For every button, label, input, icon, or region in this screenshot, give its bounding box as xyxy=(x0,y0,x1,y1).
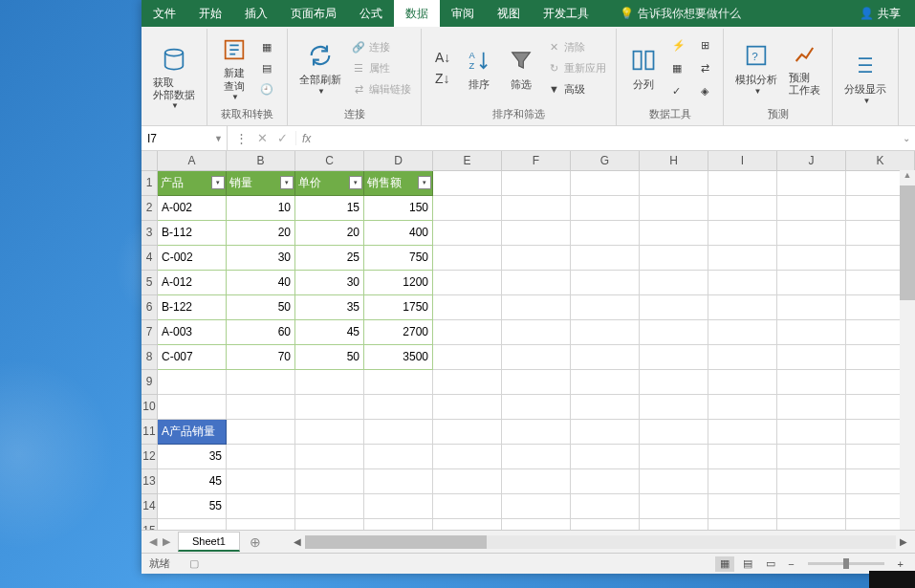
cell[interactable] xyxy=(433,493,502,518)
cell[interactable]: C-007 xyxy=(158,344,227,369)
cell[interactable] xyxy=(777,394,846,419)
column-header[interactable]: D xyxy=(364,151,433,170)
cell[interactable]: A-002 xyxy=(158,195,227,220)
cell[interactable] xyxy=(640,419,708,444)
cell[interactable] xyxy=(227,419,295,444)
filter-dropdown-button[interactable]: ▾ xyxy=(349,176,362,189)
from-table-button[interactable]: ▤ xyxy=(255,57,281,78)
cell[interactable] xyxy=(708,369,777,394)
cell[interactable]: 1750 xyxy=(364,294,433,319)
row-header[interactable]: 14 xyxy=(142,493,158,518)
cell[interactable] xyxy=(227,468,295,493)
cell[interactable] xyxy=(571,344,640,369)
cell[interactable] xyxy=(777,294,846,319)
row-header[interactable]: 12 xyxy=(142,444,158,468)
remove-duplicates-button[interactable]: ▦ xyxy=(668,57,689,78)
cell[interactable] xyxy=(502,270,571,294)
cell[interactable]: 30 xyxy=(227,245,295,270)
cell[interactable]: 55 xyxy=(158,493,227,518)
cell[interactable]: 35 xyxy=(158,444,227,468)
cell[interactable]: 3500 xyxy=(364,344,433,369)
cell[interactable] xyxy=(640,369,708,394)
show-queries-button[interactable]: ▦ xyxy=(255,36,281,57)
cell[interactable] xyxy=(433,419,502,444)
cell[interactable] xyxy=(640,518,708,530)
cell[interactable] xyxy=(571,493,640,518)
cell[interactable] xyxy=(708,394,777,419)
cell[interactable] xyxy=(777,220,846,245)
menu-home[interactable]: 开始 xyxy=(187,0,233,27)
cell[interactable]: 30 xyxy=(295,270,364,294)
cell[interactable] xyxy=(364,493,433,518)
filter-button[interactable]: 筛选 xyxy=(500,31,542,105)
cell[interactable] xyxy=(364,419,433,444)
cell[interactable] xyxy=(777,270,846,294)
cell[interactable]: 20 xyxy=(295,220,364,245)
row-header[interactable]: 10 xyxy=(142,394,158,419)
menu-view[interactable]: 视图 xyxy=(486,0,532,27)
column-header[interactable]: G xyxy=(571,151,640,170)
tab-nav[interactable]: ◀▶ xyxy=(142,535,178,548)
cell[interactable] xyxy=(502,419,571,444)
menu-pagelayout[interactable]: 页面布局 xyxy=(279,0,348,27)
cell[interactable] xyxy=(295,419,364,444)
cell[interactable]: 15 xyxy=(295,195,364,220)
cell[interactable] xyxy=(433,468,502,493)
cell[interactable]: 2700 xyxy=(364,319,433,344)
vertical-scrollbar[interactable]: ▲ xyxy=(900,170,915,530)
cell[interactable]: 150 xyxy=(364,195,433,220)
cell[interactable]: B-122 xyxy=(158,294,227,319)
cell[interactable] xyxy=(571,270,640,294)
cell[interactable] xyxy=(777,195,846,220)
text-to-columns-button[interactable]: 分列 xyxy=(622,31,664,105)
cell[interactable] xyxy=(640,319,708,344)
row-header[interactable]: 15 xyxy=(142,518,158,530)
cell[interactable]: 40 xyxy=(227,270,295,294)
page-break-view-button[interactable]: ▭ xyxy=(761,556,780,572)
cell[interactable] xyxy=(640,245,708,270)
cell[interactable] xyxy=(433,369,502,394)
cell[interactable]: 70 xyxy=(227,344,295,369)
cell[interactable] xyxy=(708,518,777,530)
cell[interactable]: 产品▾ xyxy=(158,170,227,195)
row-header[interactable]: 11 xyxy=(142,419,158,444)
tell-me[interactable]: 💡 告诉我你想要做什么 xyxy=(620,6,741,22)
outline-button[interactable]: 分级显示 ▼ xyxy=(839,31,892,123)
cell[interactable]: 销售额▾ xyxy=(364,170,433,195)
cell[interactable] xyxy=(502,468,571,493)
scrollbar-thumb[interactable] xyxy=(900,185,915,300)
cell[interactable] xyxy=(708,220,777,245)
sort-button[interactable]: AZ 排序 xyxy=(458,31,500,105)
cell[interactable] xyxy=(640,394,708,419)
zoom-in-button[interactable]: + xyxy=(894,558,907,570)
row-header[interactable]: 7 xyxy=(142,319,158,344)
cell[interactable]: B-112 xyxy=(158,220,227,245)
row-header[interactable]: 5 xyxy=(142,270,158,294)
cell[interactable] xyxy=(502,170,571,195)
cell[interactable] xyxy=(227,394,295,419)
row-header[interactable]: 8 xyxy=(142,344,158,369)
add-sheet-button[interactable]: ⊕ xyxy=(240,534,271,550)
cell[interactable] xyxy=(777,369,846,394)
cell[interactable] xyxy=(571,195,640,220)
namebox-expand-icon[interactable]: ⋮ xyxy=(235,131,248,145)
spreadsheet-grid[interactable]: ABCDEFGHIJK1产品▾销量▾单价▾销售额▾2A-00210151503B… xyxy=(142,151,915,530)
zoom-out-button[interactable]: − xyxy=(784,558,797,570)
cell[interactable] xyxy=(227,518,295,530)
cell[interactable] xyxy=(227,493,295,518)
cell[interactable] xyxy=(777,444,846,468)
cell[interactable] xyxy=(708,319,777,344)
fx-label[interactable]: fx xyxy=(296,132,316,145)
cell[interactable] xyxy=(777,319,846,344)
manage-data-model-button[interactable]: ◈ xyxy=(697,80,713,101)
cell[interactable] xyxy=(364,394,433,419)
cell[interactable] xyxy=(502,294,571,319)
connections-button[interactable]: 🔗连接 xyxy=(347,36,415,57)
expand-formula-bar[interactable]: ⌄ xyxy=(898,133,915,143)
cell[interactable] xyxy=(708,444,777,468)
cell[interactable]: 10 xyxy=(227,195,295,220)
advanced-filter-button[interactable]: ▼高级 xyxy=(542,78,610,99)
cell[interactable] xyxy=(433,245,502,270)
new-query-button[interactable]: 新建 查询 ▼ xyxy=(213,31,255,105)
filter-dropdown-button[interactable]: ▾ xyxy=(211,176,225,189)
